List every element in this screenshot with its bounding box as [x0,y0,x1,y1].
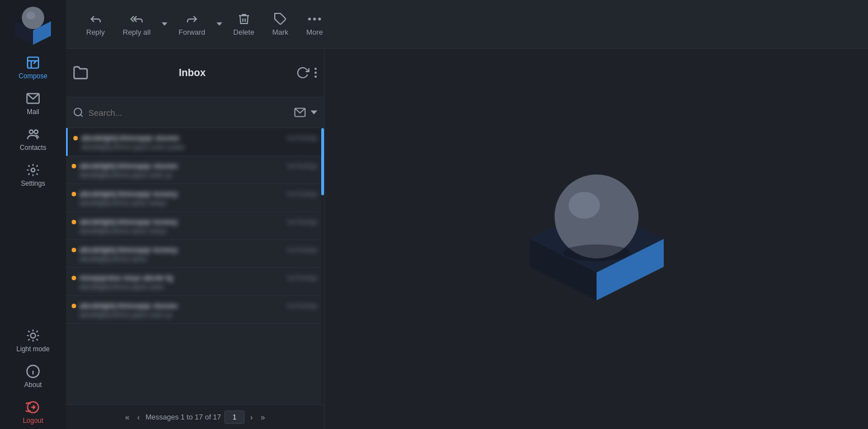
mark-icon [274,12,287,26]
list-item[interactable]: abcdefghij klmnopqr tuvwxy Yvr/Tiv/Fgh a… [66,184,324,212]
list-item[interactable]: abcdefghij klmnopqr tuvwxy Yvr/Tiv/Fgh a… [66,240,324,268]
more-icon [308,12,321,26]
prev-page-button[interactable]: ‹ [135,412,142,423]
forward-icon [185,12,199,26]
reply-label: Reply [86,28,105,36]
forward-dropdown[interactable] [214,7,224,41]
sidebar-item-compose[interactable]: Compose [0,49,66,84]
sidebar-item-light-mode[interactable]: Light mode [0,322,66,357]
delete-button[interactable]: Delete [224,8,264,41]
scroll-thumb[interactable] [321,128,324,195]
email-sender: mnopqrstuv wxyz abcde fg [79,274,173,282]
unread-dot [72,248,76,252]
svg-point-11 [31,168,35,172]
more-label: More [306,28,323,36]
compose-label: Compose [18,72,47,80]
email-date: Yvr/Tiv/Fgh [287,135,317,142]
email-date: Yvr/Tiv/Fgh [287,303,317,309]
email-list: abcdefghij klmnopqr stuvwx Yvr/Tiv/Fgh a… [66,128,324,404]
svg-point-34 [569,192,600,219]
svg-line-27 [81,115,83,117]
email-date: Yvr/Tiv/Fgh [287,275,317,281]
search-bar [66,97,324,128]
svg-rect-5 [27,57,39,68]
list-item[interactable]: abcdefghij klmnopqr tuvwxy Yvr/Tiv/Fgh a… [66,212,324,240]
reply-icon [89,12,102,26]
folder-icon[interactable] [73,65,88,81]
refresh-icon[interactable] [296,66,309,79]
email-panel-header: Inbox [66,49,324,97]
svg-point-25 [315,76,317,78]
next-page-button[interactable]: › [248,412,255,423]
reply-all-dropdown[interactable] [159,7,170,41]
sidebar-item-logout[interactable]: Logout [0,393,66,429]
email-subject: abcdefghij klmno qrstu [79,255,317,263]
search-input[interactable] [88,108,289,117]
reply-all-group: Reply all [114,7,170,41]
contacts-label: Contacts [20,144,46,152]
page-input[interactable] [224,411,245,424]
mark-button[interactable]: Mark [263,8,297,41]
list-item[interactable]: abcdefghij klmnopqr stuvwx Yvr/Tiv/Fgh a… [66,128,324,156]
panel-more-icon[interactable] [314,66,317,79]
light-mode-label: Light mode [16,345,49,353]
list-item[interactable]: abcdefghij klmnopqr stuvwx Yvr/Tiv/Fgh a… [66,156,324,184]
reply-all-icon [130,12,143,26]
email-subject: abcdefghij klmno pqrst uvwx yz [79,311,317,319]
email-sender: abcdefghij klmnopqr tuvwxy [79,246,178,254]
scroll-track [321,128,324,404]
search-dropdown-icon[interactable] [311,109,317,116]
sidebar-item-settings[interactable]: Settings [0,156,66,192]
reply-all-button[interactable]: Reply all [114,8,159,41]
svg-point-22 [318,17,321,20]
email-date: Yvr/Tiv/Fgh [287,247,317,253]
svg-point-12 [31,333,36,338]
email-date: Yvr/Tiv/Fgh [287,219,317,225]
email-sender: abcdefghij klmnopqr tuvwxy [79,218,178,226]
svg-point-21 [313,17,316,20]
email-sender: abcdefghij klmnopqr stuvwx [79,162,178,170]
sidebar-item-contacts[interactable]: Contacts [0,120,66,156]
email-subject: abcdefghij klmno pqrst uvwx yzabc [81,143,317,151]
mail-icon [26,91,40,106]
unread-dot [72,164,76,168]
first-page-button[interactable]: « [123,412,132,423]
about-label: About [24,381,41,389]
more-button[interactable]: More [297,8,332,41]
email-date: Yvr/Tiv/Fgh [287,163,317,169]
sidebar-item-mail[interactable]: Mail [0,84,66,120]
sidebar-item-about[interactable]: About [0,357,66,393]
logout-label: Logout [23,417,44,425]
pagination: « ‹ Messages 1 to 17 of 17 › » [66,404,324,429]
email-subject: abcdefghij klmno pqrst uvwx [79,283,317,291]
forward-button[interactable]: Forward [170,8,214,41]
email-subject: abcdefghij klmno pqrst uvwx yz [79,171,317,179]
svg-marker-29 [311,110,317,114]
mail-label: Mail [27,108,39,116]
last-page-button[interactable]: » [259,412,268,423]
unread-dot [72,220,76,224]
reply-button[interactable]: Reply [77,8,114,41]
compose-icon [26,55,40,70]
list-item[interactable]: mnopqrstuv wxyz abcde fg Yvr/Tiv/Fgh abc… [66,268,324,296]
forward-label: Forward [179,28,205,36]
contacts-icon [26,127,40,142]
mail-filter-icon[interactable] [294,106,306,119]
logout-icon [26,400,40,414]
svg-point-35 [563,244,630,261]
svg-point-10 [34,130,37,134]
settings-icon [26,163,40,177]
settings-label: Settings [21,180,45,187]
forward-group: Forward [170,7,224,41]
svg-point-23 [315,68,317,70]
email-sender: abcdefghij klmnopqr stuvwx [79,301,178,310]
email-subject: abcdefghij klmno qrstu vwxyz [79,227,317,235]
light-mode-icon [26,328,40,343]
inbox-title: Inbox [93,67,292,79]
svg-marker-17 [162,22,167,26]
svg-point-24 [315,72,317,74]
list-item[interactable]: abcdefghij klmnopqr stuvwx Yvr/Tiv/Fgh a… [66,296,324,324]
search-icon [73,107,84,118]
pagination-text: Messages 1 to 17 of 17 [146,413,221,421]
svg-point-26 [74,109,82,116]
